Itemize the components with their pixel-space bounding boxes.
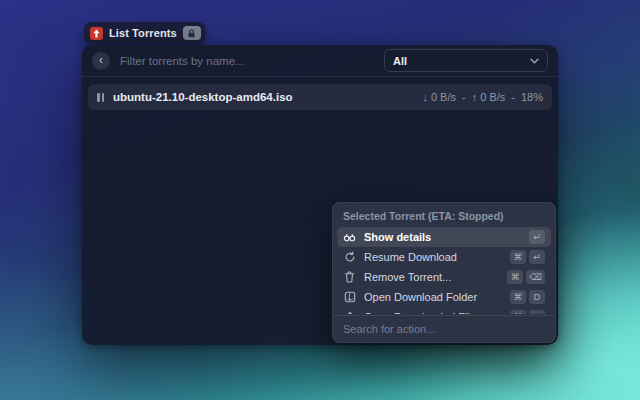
pause-icon <box>97 93 104 102</box>
action-show-details[interactable]: Show details ↵ <box>337 227 551 247</box>
transmission-icon <box>90 27 103 40</box>
search-bar: ‹ Filter torrents by name... All <box>82 45 558 77</box>
finder-icon <box>343 291 356 304</box>
key-cmd: ⌘ <box>510 310 526 314</box>
command-title: List Torrents <box>109 27 177 39</box>
action-label: Open Downloaded Files... <box>364 311 502 314</box>
key-cmd: ⌘ <box>510 250 526 264</box>
action-resume-download[interactable]: Resume Download ⌘ ↵ <box>337 247 551 267</box>
key-delete: ⌫ <box>526 270 545 284</box>
torrent-name: ubuntu-21.10-desktop-amd64.iso <box>113 91 413 103</box>
action-remove-torrent[interactable]: Remove Torrent... ⌘ ⌫ <box>337 267 551 287</box>
torrent-list-item[interactable]: ubuntu-21.10-desktop-amd64.iso ↓ 0 B/s -… <box>88 84 552 110</box>
command-tab[interactable]: List Torrents <box>84 22 205 44</box>
action-panel: Selected Torrent (ETA: Stopped) Show det… <box>332 202 556 343</box>
key-return: ↵ <box>529 230 545 244</box>
refresh-icon <box>343 251 356 264</box>
action-label: Remove Torrent... <box>364 271 499 283</box>
open-files-icon <box>343 311 356 315</box>
chevron-left-icon: ‹ <box>99 54 103 66</box>
torrent-stats: ↓ 0 B/s - ↑ 0 B/s - 18% <box>422 91 543 103</box>
raycast-window: ‹ Filter torrents by name... All ubuntu-… <box>82 45 558 345</box>
action-label: Open Download Folder <box>364 291 502 303</box>
separator: - <box>462 91 466 103</box>
action-label: Resume Download <box>364 251 502 263</box>
action-open-downloaded-files[interactable]: Open Downloaded Files... ⌘ O <box>337 307 551 314</box>
progress-percent: 18% <box>521 91 543 103</box>
key-letter: D <box>529 290 545 304</box>
action-list: Show details ↵ Resume Download ⌘ ↵ Remov… <box>333 227 555 314</box>
separator: - <box>511 91 515 103</box>
lock-icon <box>183 26 201 40</box>
action-search-input[interactable]: Search for action... <box>333 315 555 342</box>
key-return: ↵ <box>529 250 545 264</box>
search-input[interactable]: Filter torrents by name... <box>120 55 374 67</box>
back-button[interactable]: ‹ <box>92 52 110 70</box>
filter-dropdown[interactable]: All <box>384 49 548 72</box>
chevron-down-icon <box>530 58 539 64</box>
download-rate: ↓ 0 B/s <box>422 91 456 103</box>
action-label: Show details <box>364 231 521 243</box>
upload-rate: ↑ 0 B/s <box>472 91 506 103</box>
key-cmd: ⌘ <box>510 290 526 304</box>
action-open-download-folder[interactable]: Open Download Folder ⌘ D <box>337 287 551 307</box>
filter-dropdown-value: All <box>393 55 524 67</box>
key-letter: O <box>529 310 545 314</box>
action-panel-title: Selected Torrent (ETA: Stopped) <box>333 203 555 226</box>
binoculars-icon <box>343 231 356 244</box>
trash-icon <box>343 271 356 284</box>
key-cmd: ⌘ <box>507 270 523 284</box>
